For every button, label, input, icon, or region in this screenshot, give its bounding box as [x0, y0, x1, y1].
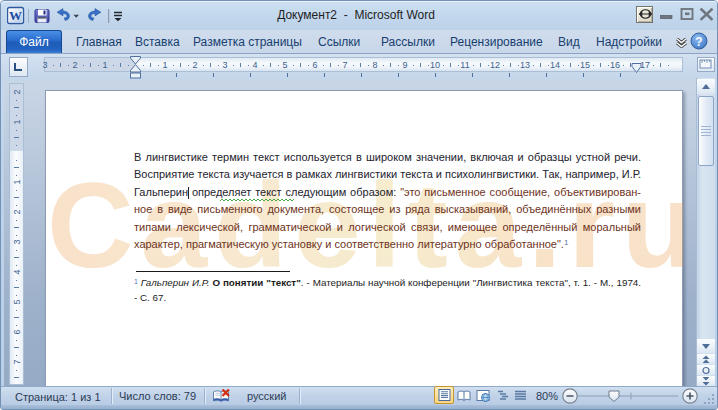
svg-text:?: ? — [695, 35, 702, 49]
svg-text:W: W — [9, 8, 22, 23]
